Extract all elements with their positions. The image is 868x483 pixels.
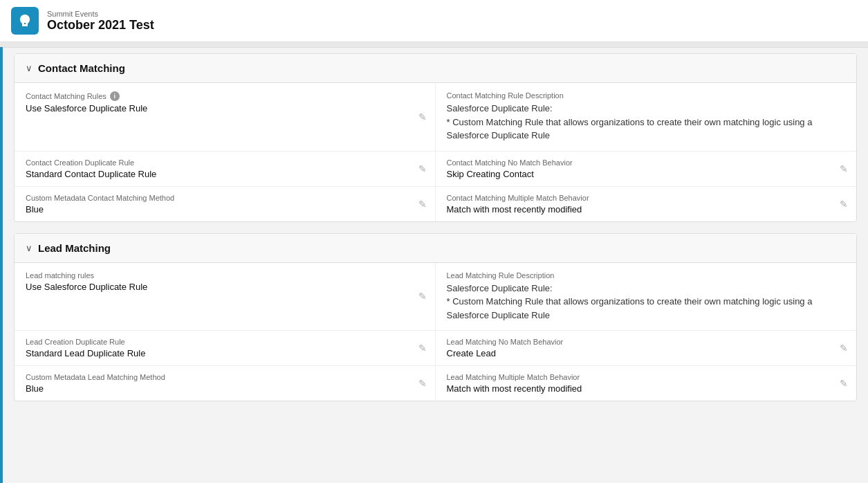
lead-multiple-match-edit-icon[interactable]: ✎ [840, 378, 848, 389]
contact-matching-fields: Contact Matching Rules i Use Salesforce … [15, 83, 856, 221]
contact-metadata-row: Custom Metadata Contact Matching Method … [15, 187, 856, 221]
contact-metadata-edit-icon[interactable]: ✎ [418, 199, 427, 210]
contact-multiple-match-value: Match with most recently modified [447, 204, 846, 215]
lead-matching-top-row: Lead matching rules Use Salesforce Dupli… [15, 263, 856, 331]
contact-creation-dup-field: Contact Creation Duplicate Rule Standard… [15, 152, 436, 186]
contact-matching-rule-desc-field: Contact Matching Rule Description Salesf… [436, 83, 857, 151]
contact-multiple-match-edit-icon[interactable]: ✎ [840, 199, 848, 210]
lead-metadata-field: Custom Metadata Lead Matching Method Blu… [15, 366, 436, 401]
contact-matching-header: ∨ Contact Matching [15, 54, 856, 83]
lead-metadata-value: Blue [26, 383, 424, 394]
app-logo-icon [17, 12, 33, 29]
contact-no-match-field: Contact Matching No Match Behavior Skip … [436, 152, 857, 186]
contact-matching-rule-desc-value: Salesforce Duplicate Rule:* Custom Match… [447, 102, 846, 143]
contact-matching-rule-desc-label: Contact Matching Rule Description [447, 91, 846, 100]
lead-creation-dup-value: Standard Lead Duplicate Rule [26, 348, 424, 358]
contact-no-match-value: Skip Creating Contact [447, 169, 846, 179]
contact-matching-rules-info-icon[interactable]: i [110, 91, 120, 101]
lead-matching-rule-desc-field: Lead Matching Rule Description Salesforc… [436, 263, 857, 331]
lead-matching-rules-field: Lead matching rules Use Salesforce Dupli… [15, 263, 436, 331]
contact-matching-rules-value: Use Salesforce Duplicate Rule [26, 103, 424, 113]
contact-creation-dup-value: Standard Contact Duplicate Rule [26, 169, 424, 179]
lead-creation-dup-edit-icon[interactable]: ✎ [418, 343, 427, 354]
lead-matching-rule-desc-value: Salesforce Duplicate Rule:* Custom Match… [447, 282, 846, 322]
contact-matching-rules-field: Contact Matching Rules i Use Salesforce … [15, 83, 436, 151]
lead-matching-rules-edit-icon[interactable]: ✎ [418, 291, 427, 302]
contact-matching-top-row: Contact Matching Rules i Use Salesforce … [15, 83, 856, 152]
contact-matching-rules-label: Contact Matching Rules i [26, 91, 424, 101]
contact-multiple-match-label: Contact Matching Multiple Match Behavior [447, 194, 846, 202]
lead-multiple-match-field: Lead Matching Multiple Match Behavior Ma… [436, 366, 857, 401]
scroll-indicator [0, 42, 868, 48]
lead-no-match-edit-icon[interactable]: ✎ [840, 343, 848, 354]
contact-no-match-label: Contact Matching No Match Behavior [447, 158, 846, 167]
lead-matching-rules-label: Lead matching rules [26, 271, 424, 280]
app-header: Summit Events October 2021 Test [0, 0, 868, 42]
app-title: October 2021 Test [47, 18, 154, 33]
contact-creation-dup-label: Contact Creation Duplicate Rule [26, 158, 424, 167]
lead-multiple-match-value: Match with most recently modified [447, 383, 846, 394]
lead-matching-rules-value: Use Salesforce Duplicate Rule [26, 282, 424, 292]
lead-creation-dup-field: Lead Creation Duplicate Rule Standard Le… [15, 331, 436, 365]
contact-multiple-match-field: Contact Matching Multiple Match Behavior… [436, 187, 857, 221]
lead-matching-section: ∨ Lead Matching Lead matching rules Use … [14, 233, 857, 402]
lead-no-match-label: Lead Matching No Match Behavior [447, 338, 846, 346]
app-subtitle: Summit Events [47, 10, 154, 18]
lead-no-match-field: Lead Matching No Match Behavior Create L… [436, 331, 857, 365]
contact-matching-chevron[interactable]: ∨ [26, 63, 33, 73]
lead-metadata-row: Custom Metadata Lead Matching Method Blu… [15, 366, 856, 401]
app-logo [11, 7, 39, 35]
lead-no-match-value: Create Lead [447, 348, 846, 358]
app-title-group: Summit Events October 2021 Test [47, 10, 154, 33]
contact-creation-dup-edit-icon[interactable]: ✎ [418, 163, 427, 174]
left-accent [0, 47, 3, 423]
lead-multiple-match-label: Lead Matching Multiple Match Behavior [447, 373, 846, 381]
contact-metadata-label: Custom Metadata Contact Matching Method [26, 194, 424, 202]
contact-no-match-edit-icon[interactable]: ✎ [840, 163, 848, 174]
lead-matching-header: ∨ Lead Matching [15, 234, 856, 263]
contact-matching-rules-edit-icon[interactable]: ✎ [418, 111, 427, 122]
contact-matching-section: ∨ Contact Matching Contact Matching Rule… [14, 53, 857, 222]
lead-matching-chevron[interactable]: ∨ [26, 243, 33, 253]
lead-creation-dup-row: Lead Creation Duplicate Rule Standard Le… [15, 331, 856, 366]
lead-matching-fields: Lead matching rules Use Salesforce Dupli… [15, 263, 856, 401]
lead-matching-title: Lead Matching [38, 242, 111, 254]
main-content: ∨ Contact Matching Contact Matching Rule… [0, 48, 868, 423]
contact-creation-dup-row: Contact Creation Duplicate Rule Standard… [15, 152, 856, 187]
contact-metadata-field: Custom Metadata Contact Matching Method … [15, 187, 436, 221]
lead-metadata-label: Custom Metadata Lead Matching Method [26, 373, 424, 381]
lead-metadata-edit-icon[interactable]: ✎ [418, 378, 427, 389]
contact-matching-title: Contact Matching [38, 62, 125, 74]
contact-metadata-value: Blue [26, 204, 424, 215]
lead-creation-dup-label: Lead Creation Duplicate Rule [26, 338, 424, 346]
lead-matching-rule-desc-label: Lead Matching Rule Description [447, 271, 846, 280]
